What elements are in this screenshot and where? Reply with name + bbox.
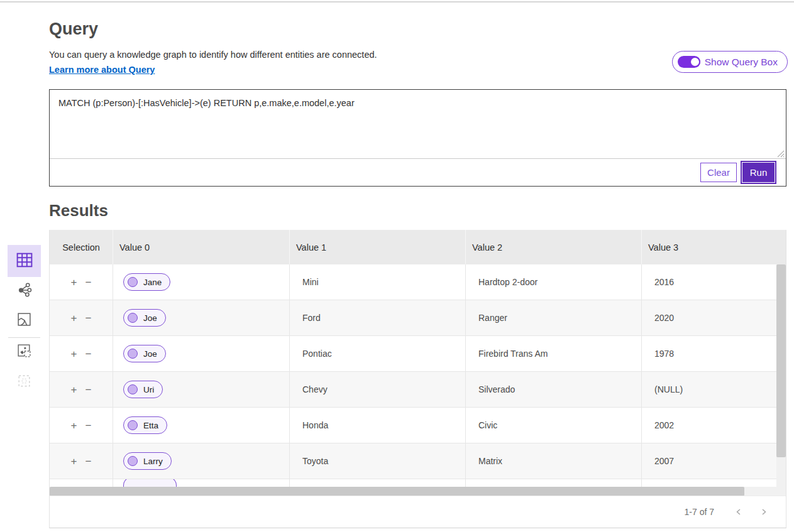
entity-name: Etta — [143, 421, 158, 430]
selection-cell: + − — [50, 336, 113, 371]
entity-cell: Jane — [113, 264, 289, 300]
query-input[interactable]: MATCH (p:Person)-[:HasVehicle]->(e) RETU… — [50, 90, 786, 159]
model-cell: Civic — [465, 408, 641, 443]
results-title: Results — [49, 201, 108, 220]
add-to-selection-button[interactable]: + — [71, 277, 77, 288]
entity-pill[interactable]: Larry — [123, 452, 172, 470]
model-cell: Firebird Trans Am — [465, 336, 641, 371]
sidebar-item-link-chart-view[interactable] — [8, 280, 41, 301]
make-cell: Pontiac — [289, 336, 465, 371]
run-button[interactable]: Run — [742, 163, 775, 182]
vertical-scrollbar-thumb[interactable] — [776, 264, 786, 457]
entity-pill[interactable]: Uri — [123, 381, 163, 398]
entity-pill — [123, 479, 177, 487]
year-cell: 2016 — [641, 264, 778, 300]
selection-cell: + − — [50, 408, 113, 443]
column-header-value0[interactable]: Value 0 — [113, 230, 289, 264]
make-cell: Chevy — [289, 372, 465, 407]
year-cell — [641, 479, 778, 487]
next-page-button[interactable] — [756, 504, 772, 520]
table-row: + − Joe Pontiac Firebird Trans Am 1978 — [50, 336, 786, 372]
remove-from-selection-button[interactable]: − — [85, 420, 92, 431]
learn-more-link[interactable]: Learn more about Query — [49, 65, 155, 75]
selection-cell — [50, 479, 113, 487]
sidebar-item-map-view[interactable] — [8, 310, 41, 331]
selection-cell: + − — [50, 300, 113, 335]
add-to-selection-button[interactable]: + — [71, 420, 77, 431]
entity-pill[interactable]: Etta — [123, 416, 167, 434]
horizontal-scrollbar-thumb[interactable] — [50, 487, 744, 496]
resize-handle-icon[interactable] — [776, 149, 785, 158]
table-row: + − Uri Chevy Silverado (NULL) — [50, 372, 786, 408]
toggle-label: Show Query Box — [705, 57, 778, 68]
pagination-range-label: 1-7 of 7 — [685, 507, 714, 517]
column-header-value2[interactable]: Value 2 — [465, 230, 641, 264]
toggle-switch-icon — [678, 56, 700, 68]
table-row: + − Larry Toyota Matrix 2007 — [50, 443, 786, 479]
entity-pill[interactable]: Joe — [123, 309, 166, 327]
entity-name: Joe — [143, 313, 157, 323]
add-to-selection-button[interactable]: + — [71, 384, 77, 395]
entity-name: Joe — [143, 349, 157, 359]
add-to-map-icon — [16, 343, 32, 361]
column-header-selection[interactable]: Selection — [50, 230, 113, 264]
remove-from-selection-button[interactable]: − — [85, 456, 92, 467]
previous-page-button[interactable] — [731, 504, 747, 520]
sidebar-item-selection-tool — [8, 371, 41, 393]
entity-name: Larry — [143, 457, 163, 466]
query-description: You can query a knowledge graph to ident… — [49, 50, 377, 60]
entity-name: Uri — [143, 385, 154, 394]
make-cell: Honda — [289, 408, 465, 443]
entity-node-icon — [128, 456, 138, 466]
entity-cell: Etta — [113, 408, 289, 443]
sidebar-item-add-selected-to-map[interactable] — [8, 341, 41, 362]
selection-cell: + − — [50, 372, 113, 407]
entity-pill[interactable]: Jane — [123, 273, 170, 291]
query-footer: Clear Run — [50, 158, 786, 186]
entity-node-icon — [128, 277, 138, 287]
make-cell: Ford — [289, 300, 465, 335]
add-to-selection-button[interactable]: + — [71, 349, 77, 359]
results-table: Selection Value 0 Value 1 Value 2 Value … — [49, 230, 786, 528]
entity-node-icon — [128, 313, 138, 323]
vertical-scrollbar[interactable] — [776, 264, 786, 487]
entity-node-icon — [128, 420, 138, 430]
add-to-selection-button[interactable]: + — [71, 313, 77, 323]
table-row: + − Joe Ford Ranger 2020 — [50, 300, 786, 336]
add-to-selection-button[interactable]: + — [71, 456, 77, 467]
link-chart-icon — [16, 281, 33, 300]
query-box: MATCH (p:Person)-[:HasVehicle]->(e) RETU… — [49, 89, 786, 187]
horizontal-scrollbar[interactable] — [50, 487, 786, 496]
make-cell — [289, 479, 465, 487]
year-cell: (NULL) — [641, 372, 778, 407]
table-row: + − Jane Mini Hardtop 2-door 2016 — [50, 264, 786, 300]
column-header-value1[interactable]: Value 1 — [289, 230, 465, 264]
entity-cell: Joe — [113, 300, 289, 335]
entity-cell: Larry — [113, 443, 289, 479]
page-title: Query — [49, 19, 98, 39]
remove-from-selection-button[interactable]: − — [85, 384, 92, 395]
show-query-box-toggle[interactable]: Show Query Box — [672, 51, 788, 73]
model-cell: Hardtop 2-door — [465, 264, 641, 300]
table-row: + − Etta Honda Civic 2002 — [50, 408, 786, 443]
entity-cell: Joe — [113, 336, 289, 371]
model-cell: Matrix — [465, 443, 641, 479]
entity-cell: Uri — [113, 372, 289, 407]
remove-from-selection-button[interactable]: − — [85, 313, 92, 323]
selection-tool-icon — [16, 373, 32, 391]
map-icon — [16, 312, 32, 330]
table-row-partial — [50, 479, 786, 487]
remove-from-selection-button[interactable]: − — [85, 349, 92, 359]
table-header-row: Selection Value 0 Value 1 Value 2 Value … — [50, 230, 786, 264]
remove-from-selection-button[interactable]: − — [85, 277, 92, 288]
selection-cell: + − — [50, 443, 113, 479]
selection-cell: + − — [50, 264, 113, 300]
table-view-icon — [16, 252, 33, 270]
year-cell: 2020 — [641, 300, 778, 335]
clear-button[interactable]: Clear — [700, 163, 737, 182]
entity-pill[interactable]: Joe — [123, 345, 166, 362]
entity-cell — [113, 479, 289, 487]
make-cell: Mini — [289, 264, 465, 300]
column-header-value3[interactable]: Value 3 — [641, 230, 786, 264]
sidebar-item-table-view[interactable] — [8, 245, 41, 277]
